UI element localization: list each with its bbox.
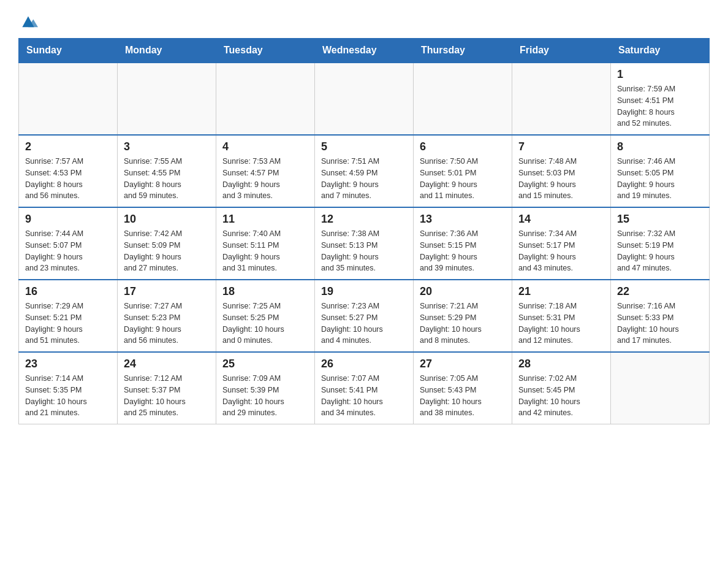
day-cell xyxy=(512,63,611,135)
header-thursday: Thursday xyxy=(414,39,512,63)
day-cell: 20Sunrise: 7:21 AMSunset: 5:29 PMDayligh… xyxy=(414,280,512,352)
calendar-table: SundayMondayTuesdayWednesdayThursdayFrid… xyxy=(18,38,710,424)
day-info: Sunrise: 7:34 AMSunset: 5:17 PMDaylight:… xyxy=(518,228,604,274)
day-info: Sunrise: 7:59 AMSunset: 4:51 PMDaylight:… xyxy=(617,83,703,129)
day-cell: 22Sunrise: 7:16 AMSunset: 5:33 PMDayligh… xyxy=(611,280,710,352)
header-wednesday: Wednesday xyxy=(315,39,414,63)
day-cell: 18Sunrise: 7:25 AMSunset: 5:25 PMDayligh… xyxy=(216,280,315,352)
header-sunday: Sunday xyxy=(19,39,118,63)
day-number: 2 xyxy=(25,140,111,153)
day-cell: 28Sunrise: 7:02 AMSunset: 5:45 PMDayligh… xyxy=(512,352,611,424)
day-info: Sunrise: 7:48 AMSunset: 5:03 PMDaylight:… xyxy=(518,156,604,202)
day-number: 27 xyxy=(420,358,506,370)
day-cell xyxy=(216,63,315,135)
day-cell: 1Sunrise: 7:59 AMSunset: 4:51 PMDaylight… xyxy=(611,63,710,135)
day-cell: 8Sunrise: 7:46 AMSunset: 5:05 PMDaylight… xyxy=(611,135,710,207)
day-cell: 19Sunrise: 7:23 AMSunset: 5:27 PMDayligh… xyxy=(315,280,414,352)
day-cell xyxy=(414,63,512,135)
day-info: Sunrise: 7:05 AMSunset: 5:43 PMDaylight:… xyxy=(420,373,506,419)
day-info: Sunrise: 7:02 AMSunset: 5:45 PMDaylight:… xyxy=(518,373,604,419)
day-number: 12 xyxy=(321,213,407,226)
day-cell: 17Sunrise: 7:27 AMSunset: 5:23 PMDayligh… xyxy=(118,280,216,352)
header-saturday: Saturday xyxy=(611,39,710,63)
logo xyxy=(18,12,42,32)
day-info: Sunrise: 7:51 AMSunset: 4:59 PMDaylight:… xyxy=(321,156,407,202)
day-number: 5 xyxy=(321,140,407,153)
day-number: 11 xyxy=(222,213,308,226)
day-number: 26 xyxy=(321,358,407,370)
header-monday: Monday xyxy=(118,39,216,63)
day-info: Sunrise: 7:18 AMSunset: 5:31 PMDaylight:… xyxy=(518,301,604,347)
day-cell: 3Sunrise: 7:55 AMSunset: 4:55 PMDaylight… xyxy=(118,135,216,207)
day-cell: 12Sunrise: 7:38 AMSunset: 5:13 PMDayligh… xyxy=(315,207,414,280)
day-cell xyxy=(19,63,118,135)
day-info: Sunrise: 7:09 AMSunset: 5:39 PMDaylight:… xyxy=(222,373,308,419)
day-info: Sunrise: 7:53 AMSunset: 4:57 PMDaylight:… xyxy=(222,156,308,202)
day-info: Sunrise: 7:14 AMSunset: 5:35 PMDaylight:… xyxy=(25,373,111,419)
day-number: 9 xyxy=(25,213,111,226)
day-cell xyxy=(611,352,710,424)
day-number: 16 xyxy=(25,285,111,298)
day-number: 15 xyxy=(617,213,703,226)
day-number: 7 xyxy=(518,140,604,153)
day-number: 13 xyxy=(420,213,506,226)
day-cell: 7Sunrise: 7:48 AMSunset: 5:03 PMDaylight… xyxy=(512,135,611,207)
day-cell: 2Sunrise: 7:57 AMSunset: 4:53 PMDaylight… xyxy=(19,135,118,207)
day-number: 21 xyxy=(518,285,604,298)
day-info: Sunrise: 7:25 AMSunset: 5:25 PMDaylight:… xyxy=(222,301,308,347)
day-info: Sunrise: 7:55 AMSunset: 4:55 PMDaylight:… xyxy=(124,156,210,202)
day-info: Sunrise: 7:32 AMSunset: 5:19 PMDaylight:… xyxy=(617,228,703,274)
day-info: Sunrise: 7:40 AMSunset: 5:11 PMDaylight:… xyxy=(222,228,308,274)
day-cell: 27Sunrise: 7:05 AMSunset: 5:43 PMDayligh… xyxy=(414,352,512,424)
day-cell xyxy=(118,63,216,135)
day-info: Sunrise: 7:16 AMSunset: 5:33 PMDaylight:… xyxy=(617,301,703,347)
day-number: 3 xyxy=(124,140,210,153)
day-cell: 14Sunrise: 7:34 AMSunset: 5:17 PMDayligh… xyxy=(512,207,611,280)
week-row-3: 9Sunrise: 7:44 AMSunset: 5:07 PMDaylight… xyxy=(19,207,710,280)
page-header xyxy=(18,12,710,32)
day-info: Sunrise: 7:23 AMSunset: 5:27 PMDaylight:… xyxy=(321,301,407,347)
day-cell: 5Sunrise: 7:51 AMSunset: 4:59 PMDaylight… xyxy=(315,135,414,207)
day-cell xyxy=(315,63,414,135)
day-number: 23 xyxy=(25,358,111,370)
day-info: Sunrise: 7:46 AMSunset: 5:05 PMDaylight:… xyxy=(617,156,703,202)
day-info: Sunrise: 7:57 AMSunset: 4:53 PMDaylight:… xyxy=(25,156,111,202)
day-info: Sunrise: 7:07 AMSunset: 5:41 PMDaylight:… xyxy=(321,373,407,419)
week-row-2: 2Sunrise: 7:57 AMSunset: 4:53 PMDaylight… xyxy=(19,135,710,207)
day-number: 14 xyxy=(518,213,604,226)
day-cell: 9Sunrise: 7:44 AMSunset: 5:07 PMDaylight… xyxy=(19,207,118,280)
day-number: 4 xyxy=(222,140,308,153)
day-cell: 25Sunrise: 7:09 AMSunset: 5:39 PMDayligh… xyxy=(216,352,315,424)
day-cell: 10Sunrise: 7:42 AMSunset: 5:09 PMDayligh… xyxy=(118,207,216,280)
day-cell: 6Sunrise: 7:50 AMSunset: 5:01 PMDaylight… xyxy=(414,135,512,207)
day-cell: 4Sunrise: 7:53 AMSunset: 4:57 PMDaylight… xyxy=(216,135,315,207)
day-number: 24 xyxy=(124,358,210,370)
day-info: Sunrise: 7:50 AMSunset: 5:01 PMDaylight:… xyxy=(420,156,506,202)
day-cell: 23Sunrise: 7:14 AMSunset: 5:35 PMDayligh… xyxy=(19,352,118,424)
day-number: 22 xyxy=(617,285,703,298)
day-number: 17 xyxy=(124,285,210,298)
header-tuesday: Tuesday xyxy=(216,39,315,63)
day-number: 28 xyxy=(518,358,604,370)
day-info: Sunrise: 7:27 AMSunset: 5:23 PMDaylight:… xyxy=(124,301,210,347)
day-number: 10 xyxy=(124,213,210,226)
day-number: 20 xyxy=(420,285,506,298)
day-number: 6 xyxy=(420,140,506,153)
day-info: Sunrise: 7:36 AMSunset: 5:15 PMDaylight:… xyxy=(420,228,506,274)
day-info: Sunrise: 7:38 AMSunset: 5:13 PMDaylight:… xyxy=(321,228,407,274)
day-cell: 15Sunrise: 7:32 AMSunset: 5:19 PMDayligh… xyxy=(611,207,710,280)
day-info: Sunrise: 7:42 AMSunset: 5:09 PMDaylight:… xyxy=(124,228,210,274)
week-row-5: 23Sunrise: 7:14 AMSunset: 5:35 PMDayligh… xyxy=(19,352,710,424)
day-info: Sunrise: 7:44 AMSunset: 5:07 PMDaylight:… xyxy=(25,228,111,274)
day-cell: 21Sunrise: 7:18 AMSunset: 5:31 PMDayligh… xyxy=(512,280,611,352)
day-number: 18 xyxy=(222,285,308,298)
header-friday: Friday xyxy=(512,39,611,63)
day-number: 19 xyxy=(321,285,407,298)
day-cell: 13Sunrise: 7:36 AMSunset: 5:15 PMDayligh… xyxy=(414,207,512,280)
day-cell: 16Sunrise: 7:29 AMSunset: 5:21 PMDayligh… xyxy=(19,280,118,352)
day-number: 8 xyxy=(617,140,703,153)
day-number: 25 xyxy=(222,358,308,370)
day-cell: 11Sunrise: 7:40 AMSunset: 5:11 PMDayligh… xyxy=(216,207,315,280)
day-info: Sunrise: 7:12 AMSunset: 5:37 PMDaylight:… xyxy=(124,373,210,419)
day-info: Sunrise: 7:21 AMSunset: 5:29 PMDaylight:… xyxy=(420,301,506,347)
